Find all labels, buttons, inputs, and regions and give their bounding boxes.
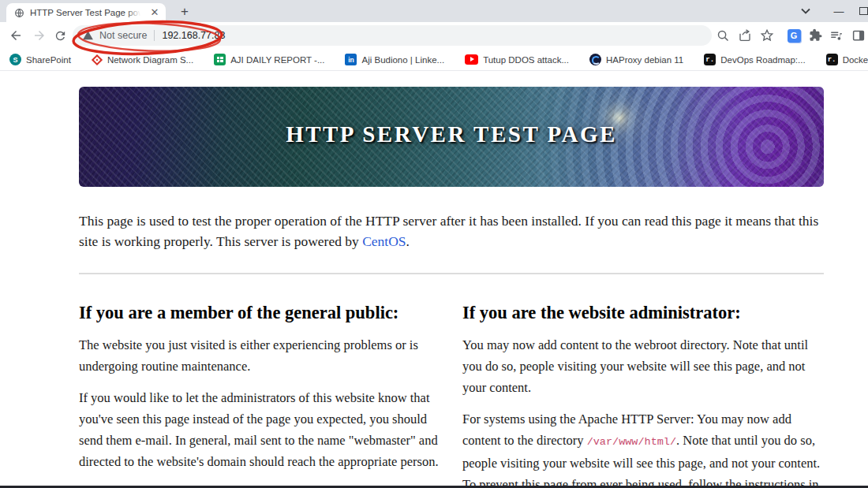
roadmap-sh-icon: r. <box>704 54 716 65</box>
bookmarks-bar: S SharePoint Network Diagram S... AJI DA… <box>0 49 868 71</box>
bookmark-youtube-ddos[interactable]: Tutup DDOS attack... <box>465 54 569 65</box>
intro-text-end: . <box>406 233 410 249</box>
google-sheets-icon <box>214 54 226 65</box>
public-column: If you are a member of the general publi… <box>79 282 440 488</box>
browser-tab[interactable]: HTTP Server Test Page powered ✕ <box>6 3 166 22</box>
url-text[interactable]: 192.168.77.83 <box>162 30 225 41</box>
new-tab-button[interactable]: + <box>175 3 194 22</box>
page-viewport: HTTP SERVER TEST PAGE This page is used … <box>0 71 868 488</box>
bookmark-label: AJI DAILY REPORT -... <box>230 55 324 65</box>
share-icon[interactable] <box>735 26 754 45</box>
tab-title: HTTP Server Test Page powered <box>30 8 140 17</box>
bookmark-docker-roadmap[interactable]: r. Docker Roadmap -... <box>826 54 868 65</box>
playlist-extension-icon[interactable] <box>827 26 846 45</box>
bookmark-linkedin[interactable]: in Aji Budiono | Linke... <box>345 54 444 65</box>
browser-toolbar: Not secure 192.168.77.83 G <box>0 22 868 49</box>
public-heading: If you are a member of the general publi… <box>79 303 440 323</box>
maximize-button[interactable] <box>859 7 868 15</box>
side-panel-icon[interactable] <box>849 26 868 45</box>
intro-paragraph: This page is used to test the proper ope… <box>79 211 824 251</box>
haproxy-debian-icon <box>589 54 601 65</box>
tab-title-fade <box>126 8 140 17</box>
bookmark-label: Tutup DDOS attack... <box>483 55 569 65</box>
bookmark-devops-roadmap[interactable]: r. DevOps Roadmap:... <box>704 54 805 65</box>
minimize-button[interactable]: — <box>827 0 851 22</box>
admin-heading: If you are the website administrator: <box>462 303 824 323</box>
bookmark-aji-daily-report[interactable]: AJI DAILY REPORT -... <box>214 54 324 65</box>
tab-search-chevron-icon[interactable] <box>794 0 817 22</box>
divider <box>79 273 824 274</box>
roadmap-sh-icon: r. <box>826 54 838 65</box>
google-translate-extension-icon[interactable]: G <box>784 26 803 45</box>
address-separator <box>154 30 155 41</box>
youtube-icon <box>465 54 478 65</box>
intro-text: This page is used to test the proper ope… <box>79 213 818 249</box>
drawio-diamond-icon <box>92 54 103 65</box>
side-search-icon[interactable] <box>713 26 732 45</box>
test-page-banner: HTTP SERVER TEST PAGE <box>79 87 824 187</box>
admin-paragraph-2: For systems using the Apache HTTP Server… <box>462 408 824 488</box>
address-bar[interactable]: Not secure 192.168.77.83 <box>73 25 712 46</box>
tab-strip: HTTP Server Test Page powered ✕ + — <box>0 0 868 22</box>
bookmark-sharepoint[interactable]: S SharePoint <box>9 54 71 65</box>
public-paragraph-1: The website you just visited is either e… <box>79 334 440 377</box>
bookmark-label: Network Diagram S... <box>107 55 193 65</box>
reload-button[interactable] <box>51 26 69 45</box>
apache-webroot-path: /var/www/html/ <box>587 436 676 448</box>
admin-paragraph-1: You may now add content to the webroot d… <box>462 334 824 398</box>
forward-button[interactable] <box>30 26 49 45</box>
bookmark-network-diagram[interactable]: Network Diagram S... <box>92 55 193 65</box>
bookmark-label: HAProxy debian 11 <box>606 55 683 65</box>
bookmark-label: Aji Budiono | Linke... <box>361 55 444 65</box>
bookmark-label: Docker Roadmap -... <box>843 55 868 65</box>
browser-window: HTTP Server Test Page powered ✕ + — Not … <box>0 0 868 488</box>
admin-column: If you are the website administrator: Yo… <box>462 282 824 488</box>
back-button[interactable] <box>6 26 25 45</box>
bookmark-label: DevOps Roadmap:... <box>720 55 805 65</box>
extensions-puzzle-icon[interactable] <box>806 26 825 45</box>
linkedin-icon: in <box>345 54 357 65</box>
globe-favicon-icon <box>14 8 24 18</box>
bookmark-label: SharePoint <box>26 55 71 65</box>
not-secure-warning-icon <box>82 30 94 41</box>
bookmark-haproxy-debian[interactable]: HAProxy debian 11 <box>589 54 683 65</box>
security-label: Not secure <box>99 30 147 41</box>
centos-link[interactable]: CentOS <box>362 233 406 249</box>
bookmark-star-icon[interactable] <box>758 26 776 45</box>
sharepoint-icon: S <box>9 54 21 65</box>
public-paragraph-2: If you would like to let the administrat… <box>79 387 440 472</box>
tab-close-icon[interactable]: ✕ <box>148 6 161 19</box>
banner-title: HTTP SERVER TEST PAGE <box>79 121 824 147</box>
